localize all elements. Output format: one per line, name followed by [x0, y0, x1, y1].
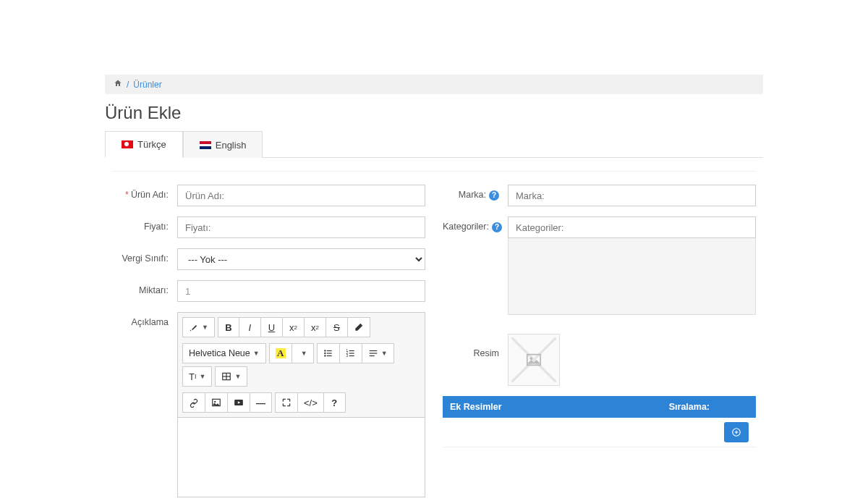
image-placeholder-icon	[524, 352, 543, 368]
svg-rect-1	[326, 350, 331, 351]
svg-point-19	[214, 401, 216, 403]
svg-rect-13	[369, 353, 377, 353]
editor-italic-button[interactable]: I	[239, 317, 261, 337]
svg-point-4	[324, 355, 326, 356]
editor-magic-button[interactable]: ▼	[182, 317, 215, 337]
editor-hr-button[interactable]: —	[250, 392, 272, 413]
price-input[interactable]	[177, 216, 425, 238]
tab-turkish[interactable]: Türkçe	[105, 131, 183, 158]
sort-header: Sıralama:	[592, 396, 717, 418]
categories-list-area[interactable]	[508, 235, 756, 315]
editor-underline-button[interactable]: U	[261, 317, 283, 337]
home-icon[interactable]	[114, 79, 122, 90]
editor-line-height-button[interactable]: TI▼	[182, 366, 212, 387]
editor-eraser-button[interactable]	[348, 317, 370, 337]
language-tabs: Türkçe English	[105, 130, 763, 158]
extra-images-table: Ek Resimler Sıralama:	[443, 396, 756, 447]
editor-video-button[interactable]	[228, 392, 250, 413]
image-label: Resim	[443, 334, 508, 358]
rich-text-editor: ▼ B I U x2 x2 S	[177, 312, 425, 497]
editor-link-button[interactable]	[182, 392, 205, 413]
page-title: Ürün Ekle	[105, 94, 763, 130]
price-label: Fiyatı:	[112, 216, 177, 232]
editor-image-button[interactable]	[205, 392, 228, 413]
tab-english[interactable]: English	[183, 131, 263, 158]
editor-fullscreen-button[interactable]	[275, 392, 298, 413]
editor-subscript-button[interactable]: x2	[305, 317, 326, 337]
quantity-input[interactable]	[177, 280, 425, 302]
help-icon[interactable]: ?	[489, 190, 499, 201]
editor-text-color-button[interactable]: A	[269, 343, 292, 363]
help-icon[interactable]: ?	[492, 222, 502, 232]
svg-rect-5	[326, 355, 331, 356]
extra-images-header: Ek Resimler	[443, 396, 592, 418]
editor-color-caret[interactable]: ▼	[292, 343, 314, 363]
editor-help-button[interactable]: ?	[324, 392, 346, 413]
tax-class-select[interactable]: --- Yok ---	[177, 248, 425, 270]
svg-point-23	[530, 357, 533, 360]
svg-point-2	[324, 353, 326, 354]
quantity-label: Miktarı:	[112, 280, 177, 295]
breadcrumb: / Ürünler	[105, 75, 763, 94]
svg-rect-14	[369, 355, 374, 356]
editor-strikethrough-button[interactable]: S	[326, 317, 348, 337]
product-name-label: *Ürün Adı:	[112, 185, 177, 200]
editor-paragraph-button[interactable]: ▼	[362, 343, 394, 363]
description-label: Açıklama	[112, 312, 177, 327]
categories-input[interactable]	[508, 216, 756, 238]
table-row	[443, 418, 756, 447]
editor-content-area[interactable]	[178, 417, 425, 497]
categories-label: Kategoriler:?	[443, 216, 508, 232]
main-image-upload[interactable]	[508, 334, 560, 386]
editor-code-button[interactable]: </>	[298, 392, 324, 413]
svg-rect-12	[369, 350, 377, 351]
svg-point-0	[324, 350, 326, 351]
breadcrumb-products[interactable]: Ürünler	[133, 80, 161, 90]
editor-bold-button[interactable]: B	[218, 317, 239, 337]
plus-circle-icon	[731, 427, 741, 437]
brand-label: Marka:?	[443, 185, 508, 201]
editor-ordered-list-button[interactable]: 123	[340, 343, 362, 363]
svg-rect-3	[326, 353, 331, 353]
editor-font-family-select[interactable]: Helvetica Neue▼	[182, 343, 266, 363]
editor-superscript-button[interactable]: x2	[283, 317, 305, 337]
tax-class-label: Vergi Sınıfı:	[112, 248, 177, 264]
svg-rect-11	[349, 355, 354, 356]
brand-input[interactable]	[508, 185, 756, 206]
svg-rect-7	[349, 350, 354, 351]
flag-en-icon	[200, 141, 211, 149]
flag-tr-icon	[122, 140, 133, 148]
svg-rect-9	[349, 353, 354, 353]
editor-table-button[interactable]: ▼	[215, 366, 247, 387]
editor-unordered-list-button[interactable]	[317, 343, 340, 363]
svg-text:3: 3	[346, 354, 348, 358]
add-image-button[interactable]	[724, 422, 749, 442]
product-name-input[interactable]	[177, 185, 425, 206]
